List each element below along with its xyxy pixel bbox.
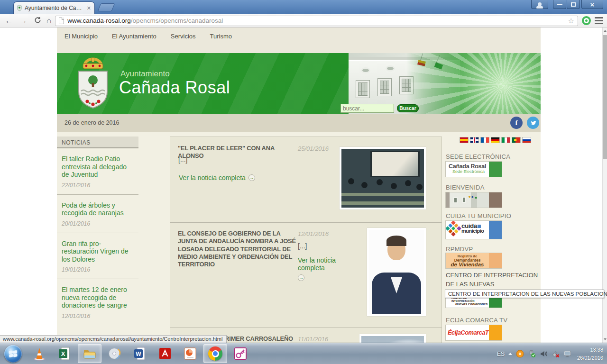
article-photo[interactable]	[359, 334, 426, 343]
tray-time: 13:38	[577, 346, 603, 354]
back-button[interactable]: ←	[4, 17, 14, 25]
tab-title: Ayuntamiento de Cañada	[25, 5, 84, 11]
start-button[interactable]	[4, 345, 22, 363]
taskbar-burner[interactable]	[103, 344, 127, 363]
ecija-heading: ECIJA COMARCA TV	[446, 317, 507, 324]
read-more-link[interactable]: Ver la noticia completa→	[179, 174, 255, 182]
taskbar-pdf[interactable]	[153, 344, 177, 363]
browser-menu-icon[interactable]	[595, 17, 603, 24]
svg-text:X: X	[61, 350, 65, 357]
article: "EL PLACER DE LEER" CON ANA ALONSO 25/01…	[178, 145, 434, 222]
taskbar-vlc[interactable]	[28, 344, 51, 363]
nav-el-ayuntamiento[interactable]: El Ayuntamiento	[112, 33, 156, 53]
tab-favicon-shield-icon	[17, 5, 22, 11]
scroll-down-button[interactable]	[603, 336, 607, 343]
list-item: El taller Radio Patio entrevista al dele…	[57, 148, 138, 194]
network-computer-icon[interactable]	[563, 350, 571, 358]
facebook-icon[interactable]: f	[510, 117, 523, 129]
flag-ru-icon[interactable]	[523, 137, 531, 143]
article-photo[interactable]	[367, 228, 426, 316]
page-icon	[59, 18, 64, 24]
rpmdvp-heading: RPMDVP	[446, 246, 473, 253]
articles-panel: "EL PLACER DE LEER" CON ANA ALONSO 25/01…	[170, 136, 442, 343]
twitter-icon[interactable]	[527, 117, 539, 129]
browser-titlebar: Ayuntamiento de Cañada ✕ ×	[0, 0, 607, 14]
screen: Ayuntamiento de Cañada ✕ × ← → ⌂ www.can…	[0, 0, 607, 364]
address-bar[interactable]: www.canada-rosal.org/opencms/opencms/can…	[55, 16, 578, 26]
key-icon	[233, 346, 248, 361]
flag-pt-icon[interactable]	[512, 137, 520, 143]
minimize-icon	[557, 4, 562, 5]
show-hidden-icons-button[interactable]	[508, 353, 512, 355]
divider	[170, 222, 441, 223]
scroll-up-button[interactable]	[603, 27, 607, 34]
extension-icon[interactable]	[582, 16, 591, 25]
network-error-icon[interactable]	[552, 350, 560, 358]
taskbar-icons: X W	[28, 344, 252, 363]
nav-servicios[interactable]: Servicios	[171, 33, 196, 53]
scrollbar-thumb[interactable]	[603, 35, 607, 159]
search-button[interactable]: Buscar	[397, 104, 419, 112]
browser-tab[interactable]: Ayuntamiento de Cañada ✕	[13, 1, 95, 14]
profile-button[interactable]	[531, 0, 548, 9]
page-viewport: El Municipio El Ayuntamiento Servicios T…	[0, 27, 607, 343]
taskbar-excel[interactable]: X	[53, 344, 76, 363]
language-indicator[interactable]: ES	[497, 351, 505, 357]
vlc-icon	[32, 346, 46, 361]
sede-heading: SEDE ELECTRÓNICA	[446, 153, 510, 160]
url-host: www.canada-rosal.org	[67, 17, 131, 24]
home-button[interactable]: ⌂	[46, 16, 51, 26]
taskbar-word[interactable]: W	[128, 344, 152, 363]
taskbar-powerpoint[interactable]	[178, 344, 202, 363]
clock[interactable]: 13:38 26/01/2016	[577, 346, 603, 362]
close-button[interactable]: ×	[581, 0, 603, 9]
flag-en-icon[interactable]	[470, 137, 478, 143]
forward-button[interactable]: →	[18, 17, 28, 25]
news-link[interactable]: Poda de árboles y recogida de naranjas	[62, 201, 134, 217]
minimize-button[interactable]	[553, 0, 566, 9]
search-input[interactable]	[340, 104, 394, 113]
noticias-heading: NOTICIAS	[57, 136, 138, 148]
flag-fr-icon[interactable]	[481, 137, 489, 143]
nav-turismo[interactable]: Turismo	[210, 33, 232, 53]
news-link[interactable]: El taller Radio Patio entrevista al dele…	[62, 155, 134, 179]
flag-de-icon[interactable]	[491, 137, 499, 143]
news-date: 19/01/2016	[62, 266, 134, 273]
article-photo[interactable]	[340, 147, 426, 209]
current-date: 26 de enero de 2016	[64, 119, 119, 126]
arrow-right-icon: →	[298, 274, 304, 281]
tray-orange-app-icon[interactable]	[516, 350, 524, 358]
powerpoint-icon	[183, 346, 197, 361]
new-tab-button[interactable]	[98, 3, 115, 11]
bienvenida-heading: BIENVENIDA	[446, 184, 485, 191]
close-icon: ×	[590, 1, 595, 8]
flag-it-icon[interactable]	[502, 137, 510, 143]
maximize-button[interactable]	[567, 0, 580, 9]
article-excerpt: [...]	[178, 156, 187, 164]
article-title: EL CONSEJO DE GOBIERNO DE LA JUNTA DE AN…	[178, 230, 297, 268]
cuida-banner[interactable]: cuida municipio	[446, 221, 502, 239]
usb-eject-icon[interactable]	[528, 350, 536, 358]
news-date: 20/01/2016	[62, 220, 134, 227]
read-more-link[interactable]: Ver la noticia completa→	[298, 256, 345, 281]
news-date: 12/01/2016	[62, 313, 134, 319]
bookmark-star-icon[interactable]: ☆	[568, 17, 574, 25]
nav-el-municipio[interactable]: El Municipio	[64, 33, 98, 53]
browser-toolbar: ← → ⌂ www.canada-rosal.org/opencms/openc…	[0, 14, 607, 27]
news-link[interactable]: El martes 12 de enero nueva recogida de …	[62, 286, 134, 309]
flag-es-icon[interactable]	[460, 137, 468, 143]
ecija-banner[interactable]: ÉcijaComarcaTV	[446, 325, 502, 340]
taskbar-key-app[interactable]	[229, 344, 252, 363]
sede-banner[interactable]: Cañada Rosal Sede Electrónica	[446, 162, 502, 177]
language-flags	[460, 137, 531, 143]
bienvenida-banner[interactable]	[446, 192, 502, 208]
url-text[interactable]: www.canada-rosal.org/opencms/opencms/can…	[67, 17, 564, 24]
taskbar-chrome[interactable]	[203, 344, 227, 363]
rpmdvp-banner[interactable]: Registro de Demandantes de Viviendas	[446, 253, 502, 268]
news-link[interactable]: Gran rifa pro-restauración Virgen de los…	[62, 240, 134, 264]
taskbar-explorer[interactable]	[78, 344, 101, 363]
word-icon: W	[133, 346, 147, 361]
volume-icon[interactable]	[540, 350, 548, 358]
reload-button[interactable]	[32, 17, 43, 25]
tab-close-icon[interactable]: ✕	[87, 6, 91, 11]
